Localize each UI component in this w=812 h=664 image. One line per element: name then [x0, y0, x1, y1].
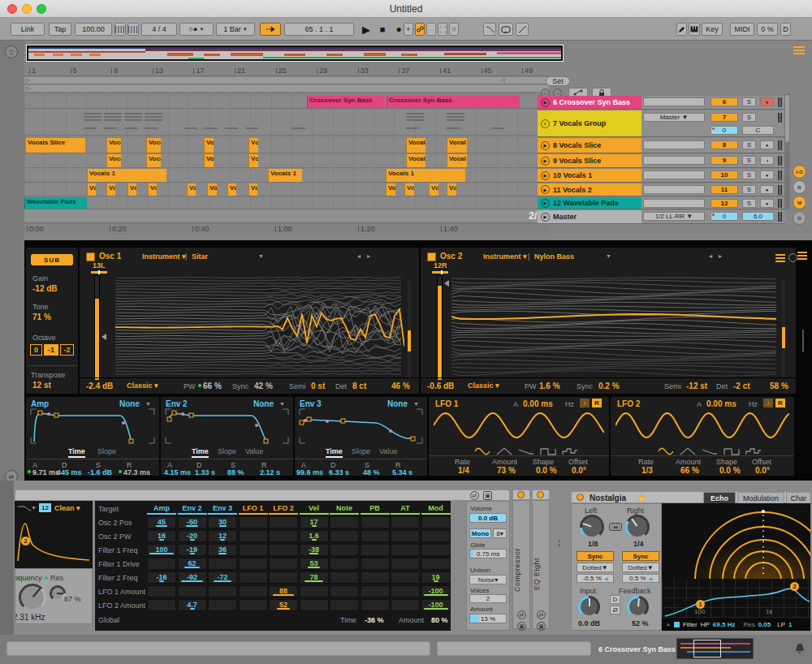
solo-button[interactable]: S	[742, 199, 756, 208]
lfo1-shape-square-icon[interactable]	[540, 444, 556, 459]
osc2-enable-checkbox[interactable]	[427, 252, 436, 261]
arm-record-button[interactable]: ◑	[760, 156, 774, 165]
osc2-mini-slider[interactable]	[432, 271, 448, 274]
echo-tab-modulation[interactable]: Modulation	[737, 492, 784, 504]
osc1-mini-slider[interactable]	[91, 271, 107, 274]
lfo1-shape-saw-icon[interactable]	[518, 444, 534, 459]
echo-title[interactable]: Nostalgia	[590, 494, 626, 502]
clip-lane-vocals-1[interactable]: Vocals 1Vocals 1Vocals 1	[24, 169, 549, 183]
osc1-pan-value[interactable]: 13L	[93, 261, 106, 269]
scrub-area[interactable]: ▷◁	[24, 77, 549, 84]
clip[interactable]: Vocal	[406, 138, 425, 153]
groove-amount-icon[interactable]: ||||	[114, 23, 126, 36]
clip[interactable]: Vc	[106, 183, 115, 196]
track-play-icon[interactable]: ▶	[541, 157, 550, 166]
track-header-8-vocals-slice[interactable]: ▶8 Vocals Slice8S●	[538, 138, 785, 153]
track-number[interactable]: 9	[710, 156, 738, 165]
matrix-cell[interactable]	[421, 530, 451, 542]
volume-field[interactable]: 0.0 dB	[469, 513, 507, 523]
clip-lane-vocals-slice-1[interactable]: Vocals SliceVocalVocalVoVcVocalVocal	[24, 138, 549, 153]
track-delay-field[interactable]	[643, 97, 705, 106]
overdub-plus-button[interactable]: +	[404, 23, 413, 36]
env3-tab-time[interactable]: Time	[326, 447, 343, 458]
glide-field[interactable]: 0.75 ms	[469, 549, 507, 558]
capture-midi-button[interactable]	[438, 23, 447, 36]
session-record-button[interactable]: ○	[449, 23, 459, 36]
env2-graph[interactable]	[164, 407, 290, 445]
matrix-cell[interactable]: 53	[300, 558, 329, 570]
echo-left-sync-toggle[interactable]: Sync	[577, 551, 614, 561]
lfo1-shape-sine-icon[interactable]	[474, 444, 490, 459]
time-signature-field[interactable]: 4 / 4	[141, 23, 177, 36]
sub-gain-value[interactable]: -12 dB	[32, 284, 58, 293]
osc2-wavetable-dropdown-icon[interactable]: ▼	[606, 253, 611, 259]
clip[interactable]: Vc	[248, 183, 257, 196]
track-header-7-vocals-group[interactable]: ≡7 Vocals GroupMaster ▼7S0C	[538, 110, 785, 137]
osc1-next-table-icon[interactable]: ▸	[367, 252, 370, 260]
hamburger-menu-icon[interactable]	[793, 46, 805, 54]
computer-midi-keyboard-button[interactable]	[689, 23, 700, 36]
lfo2-shape-square-icon[interactable]	[723, 444, 740, 459]
matrix-cell[interactable]	[391, 585, 420, 597]
save-preset-icon[interactable]: ▣	[483, 491, 492, 500]
amp-attack-value[interactable]: 9.71 ms	[28, 468, 59, 476]
track-header-11-vocals-2[interactable]: ▶11 Vocals 211S●	[538, 183, 785, 196]
clip[interactable]: Vocal	[106, 138, 121, 153]
matrix-cell[interactable]: 62	[178, 558, 207, 570]
env3-graph[interactable]	[298, 407, 424, 445]
clip[interactable]: Vocal	[106, 154, 121, 167]
matrix-cell[interactable]	[421, 516, 451, 528]
lfo2-hz-toggle[interactable]: Hz	[749, 400, 758, 408]
arm-record-button[interactable]: ●	[760, 140, 774, 149]
osc1-position-slider[interactable]	[408, 280, 411, 377]
clip[interactable]: Vo	[386, 183, 395, 196]
echo-lp-badge[interactable]: 2	[790, 582, 799, 591]
clip[interactable]: Vc	[87, 183, 96, 196]
echo-right-sync-toggle[interactable]: Sync	[622, 551, 659, 561]
sub-tone-value[interactable]: 71 %	[32, 313, 51, 321]
clip[interactable]: Crossover Syn Bass	[307, 96, 385, 108]
matrix-cell[interactable]	[239, 571, 268, 584]
clip-mini-overview[interactable]	[676, 638, 754, 659]
mono-toggle[interactable]: Mono	[469, 528, 491, 538]
osc2-detune-value[interactable]: -2 ct	[733, 382, 750, 390]
link-button[interactable]: Link	[11, 23, 45, 36]
matrix-cell[interactable]: 16	[147, 530, 176, 542]
lfo2-shape-saw-icon[interactable]	[702, 444, 718, 459]
arm-record-button[interactable]: ●	[760, 185, 774, 194]
sub-transpose-value[interactable]: 12 st	[32, 381, 51, 390]
lfo2-shape-sine-icon[interactable]	[658, 444, 674, 459]
lfo2-rate-value[interactable]: 1/3	[641, 466, 653, 475]
lfo1-retrigger-toggle[interactable]: R	[592, 399, 602, 407]
eq-eight-activator[interactable]	[537, 491, 544, 498]
play-button[interactable]: ▶	[359, 23, 374, 36]
device-scrollbar[interactable]	[802, 330, 804, 352]
filter2-freq-knob[interactable]	[19, 584, 46, 611]
matrix-cell[interactable]: -100	[421, 599, 451, 611]
arm-record-button[interactable]: ●	[760, 97, 774, 106]
filter2-res-knob[interactable]	[50, 585, 66, 601]
lfo1-amount-value[interactable]: 73 %	[497, 466, 516, 475]
amp-sustain-value[interactable]: -1.6 dB	[88, 468, 112, 476]
lfo1-shape-random-icon[interactable]	[562, 444, 578, 459]
solo-button[interactable]: S	[742, 170, 756, 179]
osc2-prev-table-icon[interactable]: ◂	[709, 252, 712, 260]
lfo1-rate-value[interactable]: 1/4	[458, 466, 469, 475]
matrix-cell[interactable]: 17	[300, 516, 329, 528]
track-delay-field[interactable]	[643, 170, 705, 179]
matrix-cell[interactable]	[391, 516, 420, 528]
track-number[interactable]: 12	[710, 199, 738, 208]
voices-field[interactable]: 2	[469, 594, 507, 603]
clip[interactable]: Vocal	[146, 138, 161, 153]
device-eq-eight[interactable]: EQ Eight ⇄ ▣	[532, 489, 550, 629]
rail-badge-r[interactable]: R	[793, 180, 806, 194]
matrix-cell[interactable]	[239, 530, 268, 542]
matrix-cell[interactable]: 30	[208, 516, 237, 528]
wavetable-circle-icon[interactable]	[788, 253, 797, 262]
clip[interactable]: Vc	[248, 154, 258, 167]
matrix-cell[interactable]	[330, 558, 359, 570]
echo-tab-echo[interactable]: Echo	[703, 492, 736, 504]
osc1-wavetable-menu[interactable]: Sitar	[192, 252, 208, 261]
stop-button[interactable]: ■	[375, 23, 390, 36]
track-number[interactable]: 6	[710, 97, 738, 106]
